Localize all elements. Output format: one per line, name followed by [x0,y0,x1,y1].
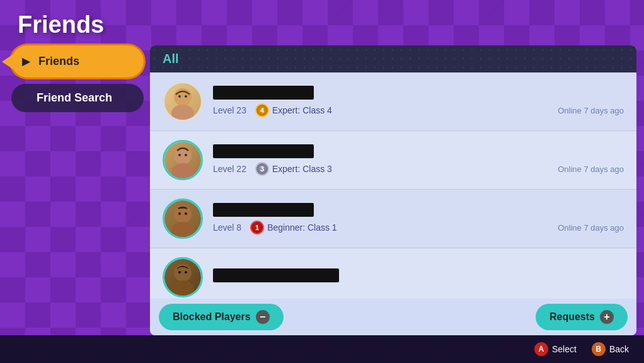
a-button-icon: A [534,342,548,356]
friend-name-redacted-2 [213,144,314,158]
rank-text-2: Expert: Class 3 [272,164,332,174]
blocked-players-label: Blocked Players [173,311,251,323]
svg-point-5 [171,163,194,178]
rank-icon-3: 1 [250,221,264,234]
list-item[interactable]: Level 22 3 Expert: Class 3 Online 7 days… [150,131,636,190]
b-button-icon: B [592,342,606,356]
friend-info-4 [213,268,624,286]
minus-icon: − [256,310,270,324]
panel-header: All [150,45,636,72]
avatar-image-2 [164,142,201,178]
avatar-image-4 [164,259,201,296]
sidebar-label-friends: Friends [38,55,79,68]
rank-badge-3: 1 Beginner: Class 1 [250,221,337,234]
online-status-3: Online 7 days ago [558,223,624,233]
page-title: Friends [18,11,104,38]
plus-icon: + [600,310,614,324]
sidebar-label-friend-search: Friend Search [37,91,112,105]
sidebar-item-friend-search[interactable]: Friend Search [11,84,144,112]
avatar-image-1 [164,83,201,120]
list-item[interactable]: Level 23 4 Expert: Class 4 Online 7 days… [150,72,636,131]
blocked-players-button[interactable]: Blocked Players − [159,304,284,330]
friend-level-2: Level 22 [213,164,246,174]
sidebar-item-friends[interactable]: ▶ Friends [11,45,144,78]
list-item[interactable]: Level 8 1 Beginner: Class 1 Online 7 day… [150,190,636,248]
svg-point-9 [171,222,194,237]
list-item[interactable] [150,248,636,299]
requests-button[interactable]: Requests + [536,304,628,330]
avatar [163,257,203,297]
rank-text-3: Beginner: Class 1 [267,222,337,233]
rank-badge-1: 4 Expert: Class 4 [255,103,332,117]
panel-header-label: All [163,52,179,66]
bottom-bar: A Select B Back [0,335,644,363]
svg-point-6 [178,154,181,156]
svg-point-15 [185,271,187,274]
rank-badge-2: 3 Expert: Class 3 [255,162,332,176]
panel-actions: Blocked Players − Requests + [150,299,636,335]
svg-point-7 [185,154,187,156]
friend-details-3: Level 8 1 Beginner: Class 1 Online 7 day… [213,221,624,234]
main-panel: All Level 23 [150,45,636,335]
rank-text-1: Expert: Class 4 [272,105,332,115]
back-label: Back [609,344,629,354]
friend-level-3: Level 8 [213,222,241,233]
requests-label: Requests [549,311,595,323]
svg-point-10 [178,212,181,215]
online-status-1: Online 7 days ago [558,106,624,115]
avatar [163,140,203,180]
friend-info-2: Level 22 3 Expert: Class 3 Online 7 days… [213,144,624,176]
select-button[interactable]: A Select [534,342,577,356]
back-button[interactable]: B Back [592,342,629,356]
avatar [163,199,203,239]
svg-point-4 [174,147,192,164]
svg-point-13 [171,280,194,296]
rank-icon-1: 4 [255,103,269,117]
friend-info-1: Level 23 4 Expert: Class 4 Online 7 days… [213,86,624,117]
svg-point-14 [178,271,181,274]
friend-level-1: Level 23 [213,105,246,115]
friend-info-3: Level 8 1 Beginner: Class 1 Online 7 day… [213,203,624,234]
avatar-image-3 [164,200,201,237]
friend-name-redacted-4 [213,268,339,282]
svg-point-1 [171,105,194,120]
sidebar: ▶ Friends Friend Search [11,45,144,112]
svg-point-3 [185,95,187,98]
friends-list: Level 23 4 Expert: Class 4 Online 7 days… [150,72,636,299]
svg-point-2 [178,95,181,98]
friend-name-redacted-3 [213,203,314,217]
select-label: Select [552,344,577,354]
friend-details-1: Level 23 4 Expert: Class 4 Online 7 days… [213,103,624,117]
friend-name-redacted-1 [213,86,314,100]
rank-icon-2: 3 [255,162,269,176]
online-status-2: Online 7 days ago [558,164,624,174]
friend-details-2: Level 22 3 Expert: Class 3 Online 7 days… [213,162,624,176]
svg-point-11 [185,212,187,215]
arrow-icon: ▶ [22,55,30,67]
avatar [163,81,203,122]
